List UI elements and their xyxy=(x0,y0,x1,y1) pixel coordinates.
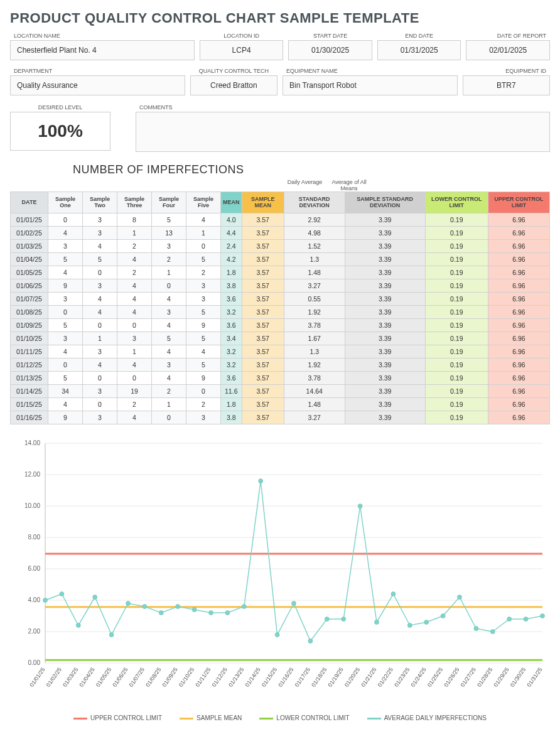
cell-smean: 3.57 xyxy=(242,305,284,318)
end-date-value[interactable]: 01/31/2025 xyxy=(377,40,461,60)
svg-text:01/02/25: 01/02/25 xyxy=(45,666,63,687)
cell-std: 1.3 xyxy=(284,252,345,266)
svg-point-75 xyxy=(490,629,495,633)
legend-item: AVERAGE DAILY IMPERFECTIONS xyxy=(367,714,487,721)
qc-tech-value[interactable]: Creed Bratton xyxy=(190,75,277,95)
cell-s5: 3 xyxy=(186,411,221,424)
col-lcl: LOWER CONTROL LIMIT xyxy=(425,192,488,213)
cell-date: 01/16/25 xyxy=(11,411,48,424)
location-id-label: LOCATION ID xyxy=(200,31,284,40)
cell-lcl: 0.19 xyxy=(425,332,488,345)
cell-s1: 3 xyxy=(48,332,83,345)
equip-name-value[interactable]: Bin Transport Robot xyxy=(283,75,458,95)
svg-point-65 xyxy=(325,617,329,621)
svg-point-55 xyxy=(159,610,163,615)
cell-smean: 3.57 xyxy=(242,397,284,411)
location-id-value[interactable]: LCP4 xyxy=(200,40,284,60)
cell-lcl: 0.19 xyxy=(425,226,488,239)
cell-date: 01/12/25 xyxy=(11,358,48,371)
cell-date: 01/06/25 xyxy=(11,279,48,292)
fields-row-1: LOCATION NAMEChesterfield Plant No. 4 LO… xyxy=(10,31,550,60)
desired-level-value[interactable]: 100% xyxy=(10,112,110,151)
cell-s1: 0 xyxy=(48,213,83,226)
cell-smean: 3.57 xyxy=(242,226,284,239)
cell-s3: 2 xyxy=(117,266,152,279)
cell-ucl: 6.96 xyxy=(488,226,549,239)
cell-mean: 3.2 xyxy=(221,305,242,318)
location-name-value[interactable]: Chesterfield Plant No. 4 xyxy=(10,40,195,60)
table-row: 01/07/25344433.63.570.553.390.196.96 xyxy=(11,292,550,305)
comments-value[interactable] xyxy=(136,112,550,152)
cell-s4: 2 xyxy=(152,252,186,266)
cell-lcl: 0.19 xyxy=(425,252,488,266)
cell-s3: 3 xyxy=(117,332,152,345)
cell-s4: 4 xyxy=(152,292,186,305)
svg-point-67 xyxy=(358,504,362,508)
cell-std: 3.78 xyxy=(284,371,345,384)
cell-ucl: 6.96 xyxy=(488,411,549,424)
svg-point-76 xyxy=(507,617,512,621)
cell-s2: 3 xyxy=(83,213,117,226)
svg-text:01/24/25: 01/24/25 xyxy=(410,666,428,687)
cell-s1: 4 xyxy=(48,345,83,358)
equip-name-label: EQUIPMENT NAME xyxy=(283,67,458,75)
svg-point-59 xyxy=(225,610,230,615)
cell-s4: 0 xyxy=(152,279,186,292)
cell-std: 3.27 xyxy=(284,279,345,292)
cell-s1: 4 xyxy=(48,397,83,411)
svg-point-73 xyxy=(458,595,462,599)
svg-text:01/08/25: 01/08/25 xyxy=(144,666,162,687)
cell-s5: 3 xyxy=(186,292,221,305)
cell-std: 1.48 xyxy=(284,266,345,279)
col-sstd: SAMPLE STANDARD DEVIATION xyxy=(345,192,425,213)
cell-s5: 5 xyxy=(186,252,221,266)
cell-date: 01/05/25 xyxy=(11,266,48,279)
svg-point-78 xyxy=(541,613,545,618)
svg-point-57 xyxy=(192,607,197,612)
cell-s2: 3 xyxy=(83,384,117,397)
table-row: 01/04/25554254.23.571.33.390.196.96 xyxy=(11,252,550,266)
svg-point-66 xyxy=(342,617,346,621)
cell-sstd: 3.39 xyxy=(345,292,425,305)
cell-s3: 1 xyxy=(117,226,152,239)
cell-s2: 3 xyxy=(83,411,117,424)
cell-date: 01/11/25 xyxy=(11,345,48,358)
svg-point-70 xyxy=(407,623,412,627)
cell-s4: 5 xyxy=(152,213,186,226)
cell-s1: 0 xyxy=(48,305,83,318)
page-title: PRODUCT QUALITY CONTROL CHART SAMPLE TEM… xyxy=(10,10,550,26)
report-date-value[interactable]: 02/01/2025 xyxy=(466,40,550,60)
cell-smean: 3.57 xyxy=(242,358,284,371)
cell-mean: 4.0 xyxy=(221,213,242,226)
cell-sstd: 3.39 xyxy=(345,239,425,252)
svg-text:01/31/25: 01/31/25 xyxy=(525,666,543,687)
cell-lcl: 0.19 xyxy=(425,239,488,252)
cell-s3: 1 xyxy=(117,345,152,358)
table-row: 01/08/25044353.23.571.923.390.196.96 xyxy=(11,305,550,318)
department-value[interactable]: Quality Assurance xyxy=(10,75,185,95)
cell-s5: 2 xyxy=(186,397,221,411)
cell-lcl: 0.19 xyxy=(425,318,488,332)
cell-s5: 9 xyxy=(186,371,221,384)
cell-date: 01/13/25 xyxy=(11,371,48,384)
cell-std: 14.64 xyxy=(284,384,345,397)
desired-level-label: DESIRED LEVEL xyxy=(10,103,110,112)
svg-point-56 xyxy=(176,604,180,608)
cell-s4: 5 xyxy=(152,332,186,345)
start-date-value[interactable]: 01/30/2025 xyxy=(288,40,372,60)
svg-text:01/30/25: 01/30/25 xyxy=(509,666,527,687)
cell-std: 1.3 xyxy=(284,345,345,358)
svg-point-72 xyxy=(441,613,445,618)
cell-s4: 4 xyxy=(152,318,186,332)
svg-text:01/27/25: 01/27/25 xyxy=(460,666,477,687)
cell-s3: 4 xyxy=(117,358,152,371)
col-s3: Sample Three xyxy=(117,192,152,213)
cell-date: 01/08/25 xyxy=(11,305,48,318)
cell-s5: 2 xyxy=(186,266,221,279)
cell-lcl: 0.19 xyxy=(425,292,488,305)
table-row: 01/03/25342302.43.571.523.390.196.96 xyxy=(11,239,550,252)
svg-text:12.00: 12.00 xyxy=(24,471,40,478)
equip-id-value[interactable]: BTR7 xyxy=(463,75,550,95)
cell-lcl: 0.19 xyxy=(425,371,488,384)
cell-s2: 3 xyxy=(83,279,117,292)
